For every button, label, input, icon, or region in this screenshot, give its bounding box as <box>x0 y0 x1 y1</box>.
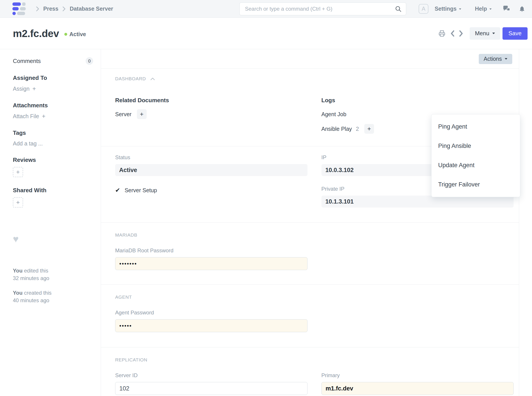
help-menu[interactable]: Help <box>475 6 492 12</box>
replication-section-title: REPLICATION <box>115 357 147 362</box>
agent-password-field: Agent Password ••••• <box>115 309 307 332</box>
checkmark-icon: ✔ <box>115 187 120 193</box>
assign-link[interactable]: Assign + <box>13 85 101 92</box>
print-icon[interactable] <box>439 30 445 37</box>
actions-button[interactable]: Actions <box>479 54 512 64</box>
attach-file-label: Attach File <box>13 113 39 120</box>
edited-meta: You edited this 32 minutes ago <box>13 267 101 282</box>
shared-with-heading: Shared With <box>13 187 101 194</box>
mariadb-section-title: MARIADB <box>115 232 137 238</box>
page-head: m2.fc.dev Active Menu Save <box>0 18 532 49</box>
heart-glyph: ♥ <box>13 233 19 244</box>
chat-icon[interactable] <box>503 5 510 13</box>
menu-item-update-agent[interactable]: Update Agent <box>432 156 520 175</box>
help-label: Help <box>475 6 487 12</box>
created-meta: You created this 40 minutes ago <box>13 289 101 304</box>
app-logo-icon[interactable] <box>12 2 26 15</box>
settings-menu[interactable]: Settings <box>435 6 461 12</box>
assign-label: Assign <box>13 86 30 92</box>
chevron-right-icon <box>36 6 39 12</box>
edited-when: 32 minutes ago <box>13 275 49 281</box>
share-button[interactable]: + <box>13 197 23 208</box>
mariadb-root-password-input[interactable]: ••••••• <box>115 257 307 270</box>
search-input[interactable] <box>239 2 406 15</box>
add-review-button[interactable]: + <box>13 167 23 177</box>
status-select[interactable]: Active <box>115 164 307 176</box>
server-id-input[interactable]: 102 <box>115 382 307 395</box>
breadcrumb: Press Database Server <box>36 6 113 12</box>
ip-value: 10.0.3.102 <box>325 167 354 174</box>
plus-icon: + <box>32 85 36 92</box>
primary-input[interactable]: m1.fc.dev <box>321 382 514 395</box>
logs-title: Logs <box>321 97 514 104</box>
assigned-to-heading: Assigned To <box>13 75 101 81</box>
menu-button-label: Menu <box>475 30 489 37</box>
edited-action: edited this <box>24 268 48 274</box>
attach-file-link[interactable]: Attach File + <box>13 113 101 120</box>
related-documents-column: Related Documents Server + <box>115 97 307 138</box>
add-tag-input[interactable]: Add a tag ... <box>13 140 101 147</box>
form-body: Actions DASHBOARD Related Documents Serv… <box>101 49 532 396</box>
save-button-label: Save <box>508 30 522 37</box>
agent-section-title: AGENT <box>115 294 132 300</box>
actions-button-label: Actions <box>484 56 502 62</box>
collapse-chevron-up-icon[interactable] <box>150 77 155 81</box>
server-id-value: 102 <box>119 385 129 392</box>
agent-job-link[interactable]: Agent Job <box>321 111 347 117</box>
comments-count-badge: 0 <box>86 57 93 65</box>
add-tag-placeholder: Add a tag ... <box>13 140 43 147</box>
breadcrumb-item-press[interactable]: Press <box>43 6 58 12</box>
avatar[interactable]: A <box>419 4 428 14</box>
status-value: Active <box>119 167 137 174</box>
server-setup-checkbox[interactable]: ✔ Server Setup <box>115 187 307 194</box>
search-icon <box>395 5 402 12</box>
notifications-bell-icon[interactable] <box>519 5 525 13</box>
menu-item-trigger-failover[interactable]: Trigger Failover <box>432 175 520 194</box>
server-link[interactable]: Server <box>115 111 131 117</box>
chevron-right-icon <box>62 6 66 12</box>
menu-button[interactable]: Menu <box>470 27 500 40</box>
mariadb-root-password-field: MariaDB Root Password ••••••• <box>115 247 307 270</box>
plus-icon: + <box>42 113 46 120</box>
navbar: Press Database Server A Settings Help <box>0 0 532 18</box>
status-indicator: Active <box>64 31 86 37</box>
page-title: m2.fc.dev <box>13 28 59 40</box>
menu-item-ping-agent[interactable]: Ping Agent <box>432 117 520 136</box>
created-when: 40 minutes ago <box>13 297 49 303</box>
edited-who: You <box>13 268 23 274</box>
plus-icon: + <box>16 169 20 176</box>
created-who: You <box>13 290 23 296</box>
plus-icon: + <box>140 111 143 118</box>
global-search <box>239 2 406 15</box>
attachments-heading: Attachments <box>13 102 101 109</box>
add-server-button[interactable]: + <box>137 109 147 119</box>
ansible-play-count: 2 <box>356 126 359 132</box>
private-ip-value: 10.1.3.101 <box>325 198 354 205</box>
ansible-play-link[interactable]: Ansible Play <box>321 126 352 132</box>
reviews-heading: Reviews <box>13 157 101 163</box>
replication-section: REPLICATION Server ID 102 Primary m1.fc.… <box>101 347 519 396</box>
agent-password-value: ••••• <box>119 323 132 329</box>
mariadb-root-password-value: ••••••• <box>119 261 137 267</box>
server-id-label: Server ID <box>115 372 307 379</box>
like-heart-icon[interactable]: ♥ <box>13 234 101 244</box>
agent-password-label: Agent Password <box>115 309 307 316</box>
created-action: created this <box>24 290 52 296</box>
form-sidebar: Comments 0 Assigned To Assign + Attachme… <box>0 49 101 396</box>
next-document-icon[interactable] <box>458 30 464 37</box>
agent-password-input[interactable]: ••••• <box>115 319 307 332</box>
add-ansible-play-button[interactable]: + <box>364 124 374 134</box>
primary-value: m1.fc.dev <box>326 385 353 392</box>
server-id-field: Server ID 102 <box>115 372 307 395</box>
save-button[interactable]: Save <box>502 27 528 40</box>
breadcrumb-item-database-server[interactable]: Database Server <box>70 6 113 12</box>
sidebar-comments-link[interactable]: Comments <box>13 58 41 64</box>
list-item-server: Server + <box>115 109 307 119</box>
plus-icon: + <box>367 125 371 132</box>
plus-icon: + <box>16 199 20 206</box>
prev-document-icon[interactable] <box>450 30 455 37</box>
agent-section: AGENT Agent Password ••••• <box>101 285 519 347</box>
chevron-down-icon <box>505 58 507 60</box>
menu-item-ping-ansible[interactable]: Ping Ansible <box>432 136 520 156</box>
related-documents-title: Related Documents <box>115 97 307 104</box>
